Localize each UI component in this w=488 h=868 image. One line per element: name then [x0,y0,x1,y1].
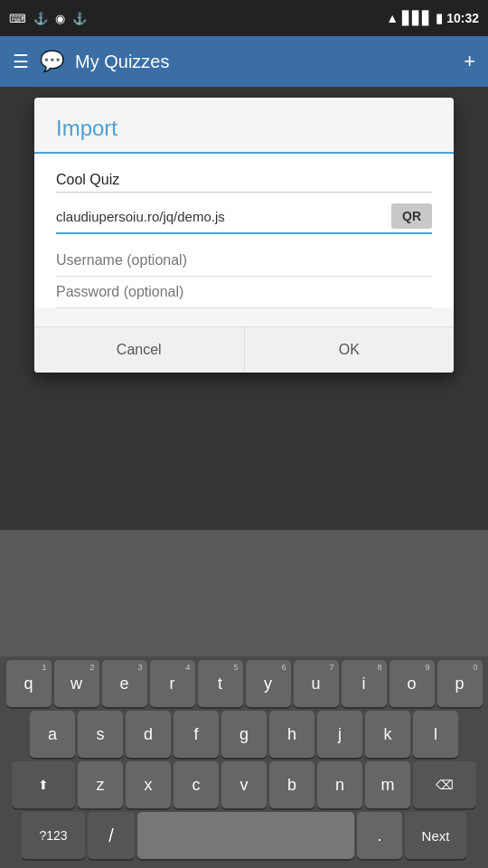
key-h[interactable]: h [269,711,314,758]
clock: 10:32 [446,11,479,25]
keyboard-row-1: 1q 2w 3e 4r 5t 6y 7u 8i 9o 0p [2,660,486,707]
dialog-actions: Cancel OK [34,326,454,373]
quiz-name-value: Cool Quiz [56,168,432,193]
status-left-icons: ⌨ ⚓ ◉ ⚓ [9,12,87,25]
key-p[interactable]: 0p [437,660,483,707]
key-k[interactable]: k [365,711,410,758]
key-d[interactable]: d [126,711,171,758]
key-s[interactable]: s [78,711,123,758]
usb2-icon: ⚓ [72,12,87,25]
key-f[interactable]: f [174,711,219,758]
key-x[interactable]: x [126,761,171,808]
key-r[interactable]: 4r [150,660,195,707]
key-v[interactable]: v [221,761,267,808]
keyboard-icon: ⌨ [9,12,26,25]
key-z[interactable]: z [78,761,123,808]
key-y[interactable]: 6y [246,660,291,707]
wifi-icon: ▲ [386,11,399,25]
key-w[interactable]: 2w [54,660,99,707]
cancel-button[interactable]: Cancel [34,327,245,373]
key-q[interactable]: 1q [6,660,52,707]
quiz-name-field-group: Cool Quiz [56,168,432,193]
android-icon: ◉ [55,12,65,25]
key-i[interactable]: 8i [342,660,387,707]
quiz-logo-icon: 💬 [40,50,64,73]
key-g[interactable]: g [221,711,267,758]
slash-key[interactable]: / [88,812,135,859]
ok-button[interactable]: OK [245,327,455,373]
next-key[interactable]: Next [405,812,466,859]
url-row: QR [56,203,432,234]
backspace-key[interactable]: ⌫ [413,761,476,808]
period-key[interactable]: . [357,812,402,859]
app-bar-left: ☰ 💬 My Quizzes [13,50,169,73]
keyboard-row-2: a s d f g h j k l [2,711,486,758]
key-o[interactable]: 9o [389,660,435,707]
url-input[interactable] [56,205,384,228]
space-key[interactable] [137,812,354,859]
key-c[interactable]: c [174,761,219,808]
username-input[interactable] [56,245,432,277]
key-e[interactable]: 3e [102,660,147,707]
shift-key[interactable]: ⬆ [12,761,75,808]
status-right-icons: ▲ ▋▋▋ ▮ 10:32 [386,11,479,25]
key-a[interactable]: a [30,711,75,758]
key-j[interactable]: j [317,711,362,758]
key-b[interactable]: b [269,761,314,808]
usb-icon: ⚓ [33,12,48,25]
battery-icon: ▮ [436,11,443,25]
import-dialog: Import Cool Quiz QR Cancel OK [34,98,454,373]
add-icon[interactable]: + [464,50,475,73]
keyboard: 1q 2w 3e 4r 5t 6y 7u 8i 9o 0p a s d f g … [0,656,488,868]
key-l[interactable]: l [413,711,458,758]
keyboard-row-3: ⬆ z x c v b n m ⌫ [2,761,486,808]
hamburger-menu-icon[interactable]: ☰ [13,51,29,72]
app-bar: ☰ 💬 My Quizzes + [0,36,488,87]
dialog-body: Cool Quiz QR [34,154,454,308]
key-m[interactable]: m [365,761,410,808]
password-input[interactable] [56,277,432,308]
key-u[interactable]: 7u [294,660,339,707]
dialog-title: Import [34,98,454,154]
app-bar-title: My Quizzes [75,52,169,72]
keyboard-row-4: ?123 / . Next [2,812,486,859]
status-bar: ⌨ ⚓ ◉ ⚓ ▲ ▋▋▋ ▮ 10:32 [0,0,488,36]
sym-key[interactable]: ?123 [22,812,85,859]
qr-button[interactable]: QR [391,203,432,229]
key-t[interactable]: 5t [198,660,243,707]
key-n[interactable]: n [317,761,362,808]
signal-icon: ▋▋▋ [402,11,432,25]
